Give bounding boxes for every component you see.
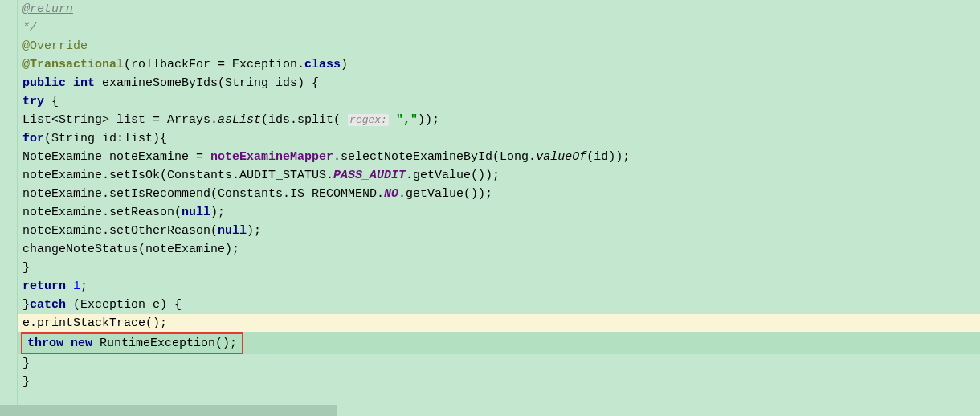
code-line: changeNoteStatus(noteExamine); (22, 240, 980, 259)
code-line: List<String> list = Arrays.asList(ids.sp… (22, 111, 980, 129)
code-line: NoteExamine noteExamine = noteExamineMap… (22, 148, 980, 166)
code-line: return 1; (22, 277, 980, 296)
code-line: noteExamine.setOtherReason(null); (22, 222, 980, 240)
highlighted-change-line: throw new RuntimeException(); (0, 332, 980, 354)
code-line: } (22, 259, 980, 277)
code-line: try { (22, 92, 980, 111)
code-line: }catch (Exception e) { (22, 296, 980, 314)
code-line: } (22, 354, 980, 373)
param-hint: regex: (348, 114, 389, 126)
code-line: noteExamine.setIsRecommend(Constants.IS_… (22, 185, 980, 203)
code-line: noteExamine.setReason(null); (22, 203, 980, 222)
code-editor[interactable]: @return */ @Override @Transactional(roll… (18, 0, 980, 391)
code-line: @return (22, 0, 980, 18)
code-line: */ (22, 18, 980, 37)
code-line: @Override (22, 37, 980, 55)
code-line: noteExamine.setIsOk(Constants.AUDIT_STAT… (22, 166, 980, 185)
horizontal-scrollbar[interactable] (0, 405, 337, 416)
code-line: @Transactional(rollbackFor = Exception.c… (22, 55, 980, 74)
code-line: for(String id:list){ (22, 129, 980, 148)
editor-gutter (0, 0, 18, 416)
highlighted-line: e.printStackTrace(); (0, 314, 980, 332)
red-highlight-box: throw new RuntimeException(); (21, 332, 243, 354)
code-line: } (22, 373, 980, 391)
code-line: public int examineSomeByIds(String ids) … (22, 74, 980, 92)
